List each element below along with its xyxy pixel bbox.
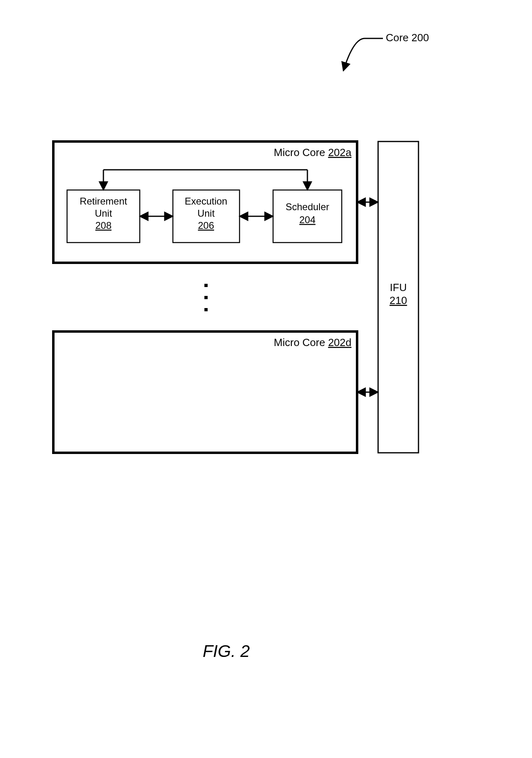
micro-core-a-num: 202a xyxy=(328,146,351,158)
core-label-text: Core xyxy=(386,32,412,44)
micro-core-202a: Micro Core 202a Retirement Unit 208 Exec… xyxy=(53,141,357,263)
execution-num: 206 xyxy=(198,220,214,231)
figure-caption: FIG. 2 xyxy=(203,642,250,661)
svg-text:Micro Core 202d: Micro Core 202d xyxy=(274,336,351,348)
scheduler-num: 204 xyxy=(299,214,315,225)
ellipsis-icon xyxy=(204,284,208,311)
svg-rect-10 xyxy=(204,284,208,287)
execution-unit-block: Execution Unit 206 xyxy=(173,190,240,243)
micro-core-a-prefix: Micro Core xyxy=(274,146,328,158)
svg-rect-12 xyxy=(204,308,208,311)
ifu-block: IFU 210 xyxy=(378,141,418,453)
ifu-number: 210 xyxy=(389,294,407,306)
execution-line2: Unit xyxy=(198,208,215,219)
retirement-unit-block: Retirement Unit 208 xyxy=(67,190,140,243)
micro-core-d-prefix: Micro Core xyxy=(274,336,328,348)
core-label-num: 200 xyxy=(412,32,429,44)
core-label: Core 200 xyxy=(343,32,429,71)
core-diagram: Core 200 IFU 210 Micro Core 202a Retirem… xyxy=(0,0,532,758)
retirement-line1: Retirement xyxy=(80,196,127,207)
scheduler-label: Scheduler xyxy=(286,201,329,212)
core-pointer-arrow xyxy=(343,38,383,71)
ifu-label: IFU xyxy=(390,281,407,293)
svg-text:Core 200: Core 200 xyxy=(386,32,429,44)
scheduler-block: Scheduler 204 xyxy=(273,190,342,243)
micro-core-202d: Micro Core 202d xyxy=(53,331,357,453)
svg-rect-11 xyxy=(204,296,208,299)
retirement-line2: Unit xyxy=(95,208,112,219)
retirement-num: 208 xyxy=(95,220,111,231)
svg-text:Micro Core 202a: Micro Core 202a xyxy=(274,146,352,158)
svg-rect-13 xyxy=(53,331,357,453)
micro-core-d-num: 202d xyxy=(328,336,351,348)
execution-line1: Execution xyxy=(185,196,227,207)
